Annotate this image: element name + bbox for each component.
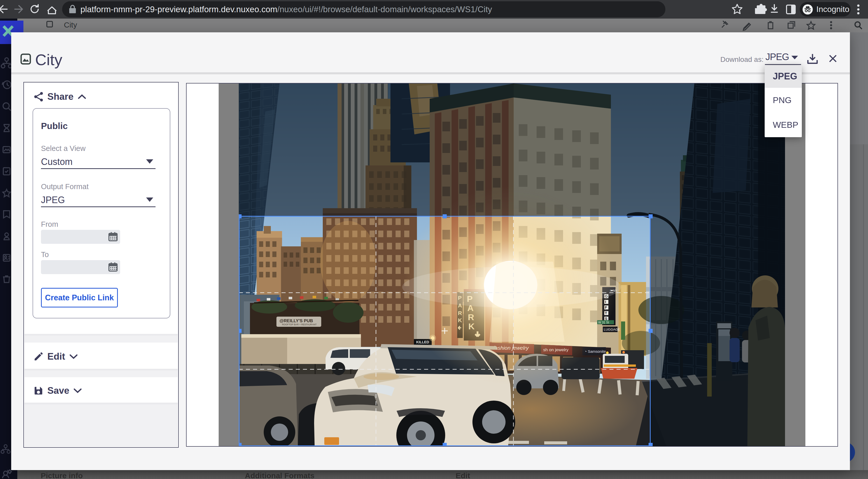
svg-text:ROOFTOP BAR + RESTAURANT: ROOFTOP BAR + RESTAURANT (282, 323, 317, 326)
svg-text:@REILLY'S PUB: @REILLY'S PUB (279, 318, 313, 323)
svg-text:City: City (64, 21, 77, 29)
